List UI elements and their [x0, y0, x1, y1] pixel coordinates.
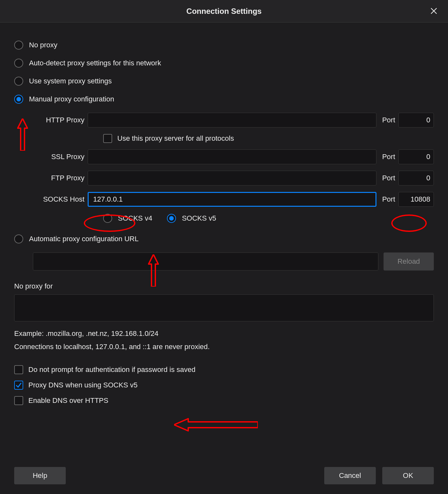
use-for-all-checkbox[interactable] — [103, 134, 112, 143]
no-proxy-for-label: No proxy for — [14, 282, 434, 290]
radio-manual[interactable] — [14, 95, 23, 104]
no-proxy-for-textarea[interactable] — [14, 294, 434, 321]
ftp-proxy-host-input[interactable] — [88, 171, 376, 185]
ftp-proxy-port-input[interactable] — [398, 171, 434, 185]
no-proxy-note: Connections to localhost, 127.0.0.1, and… — [14, 341, 434, 352]
ssl-proxy-port-input[interactable] — [398, 149, 434, 164]
radio-label-no-proxy: No proxy — [29, 41, 57, 49]
radio-auto-detect[interactable] — [14, 59, 23, 68]
socks-host-row: SOCKS Host Port — [33, 192, 434, 207]
radio-label-socks-v4: SOCKS v4 — [118, 214, 152, 223]
http-proxy-row: HTTP Proxy Port — [33, 113, 434, 128]
proxy-dns-checkbox[interactable] — [14, 381, 23, 390]
dns-over-https-row: Enable DNS over HTTPS — [14, 396, 434, 405]
check-icon — [15, 382, 22, 388]
radio-no-proxy[interactable] — [14, 41, 23, 50]
radio-label-auto-url: Automatic proxy configuration URL — [29, 235, 139, 243]
no-prompt-auth-row: Do not prompt for authentication if pass… — [14, 365, 434, 374]
radio-label-socks-v5: SOCKS v5 — [182, 214, 216, 223]
socks-port-input[interactable] — [398, 192, 434, 207]
radio-label-system: Use system proxy settings — [29, 77, 112, 85]
http-port-label: Port — [382, 116, 395, 124]
radio-row-system: Use system proxy settings — [14, 77, 434, 86]
http-proxy-label: HTTP Proxy — [33, 116, 84, 124]
use-for-all-label: Use this proxy server for all protocols — [117, 134, 234, 143]
close-icon — [430, 7, 437, 14]
annotation-arrow-proxy-dns — [174, 417, 258, 432]
radio-label-manual: Manual proxy configuration — [29, 95, 114, 103]
ssl-proxy-host-input[interactable] — [88, 149, 376, 164]
socks-host-input[interactable] — [88, 192, 376, 207]
manual-fields: HTTP Proxy Port Use this proxy server fo… — [33, 113, 434, 223]
ssl-port-label: Port — [382, 153, 395, 161]
ok-button[interactable]: OK — [382, 467, 434, 484]
radio-row-manual: Manual proxy configuration — [14, 95, 434, 104]
pac-row: Reload — [33, 252, 434, 271]
cancel-button[interactable]: Cancel — [324, 467, 376, 484]
dialog-footer: Help Cancel OK — [0, 459, 448, 494]
ftp-proxy-label: FTP Proxy — [33, 174, 84, 182]
close-button[interactable] — [429, 6, 439, 16]
socks-version-row: SOCKS v4 SOCKS v5 — [103, 214, 434, 223]
radio-system[interactable] — [14, 77, 23, 86]
pac-url-input[interactable] — [33, 252, 378, 271]
dialog-title: Connection Settings — [186, 7, 261, 16]
radio-row-auto-url: Automatic proxy configuration URL — [14, 234, 434, 243]
http-proxy-host-input[interactable] — [88, 113, 376, 128]
radio-auto-url[interactable] — [14, 234, 23, 243]
ssl-proxy-row: SSL Proxy Port — [33, 149, 434, 164]
radio-row-auto-detect: Auto-detect proxy settings for this netw… — [14, 59, 434, 68]
use-for-all-row: Use this proxy server for all protocols — [103, 134, 434, 143]
socks-port-label: Port — [382, 195, 395, 204]
radio-socks-v4[interactable] — [103, 214, 112, 223]
help-button[interactable]: Help — [14, 467, 66, 484]
ftp-proxy-row: FTP Proxy Port — [33, 171, 434, 185]
reload-button[interactable]: Reload — [384, 252, 434, 271]
radio-row-no-proxy: No proxy — [14, 41, 434, 50]
dns-over-https-label: Enable DNS over HTTPS — [28, 396, 108, 405]
ftp-port-label: Port — [382, 174, 395, 182]
ssl-proxy-label: SSL Proxy — [33, 153, 84, 161]
socks-host-label: SOCKS Host — [33, 195, 84, 204]
http-proxy-port-input[interactable] — [398, 113, 434, 128]
proxy-dns-label: Proxy DNS when using SOCKS v5 — [28, 381, 138, 389]
no-prompt-auth-checkbox[interactable] — [14, 365, 23, 374]
proxy-dns-row: Proxy DNS when using SOCKS v5 — [14, 381, 434, 390]
radio-label-auto-detect: Auto-detect proxy settings for this netw… — [29, 59, 161, 67]
no-prompt-auth-label: Do not prompt for authentication if pass… — [28, 366, 196, 374]
dialog-content: No proxy Auto-detect proxy settings for … — [0, 23, 448, 405]
no-proxy-example: Example: .mozilla.org, .net.nz, 192.168.… — [14, 328, 434, 339]
radio-socks-v5[interactable] — [167, 214, 176, 223]
dns-over-https-checkbox[interactable] — [14, 396, 23, 405]
dialog-header: Connection Settings — [0, 0, 448, 23]
